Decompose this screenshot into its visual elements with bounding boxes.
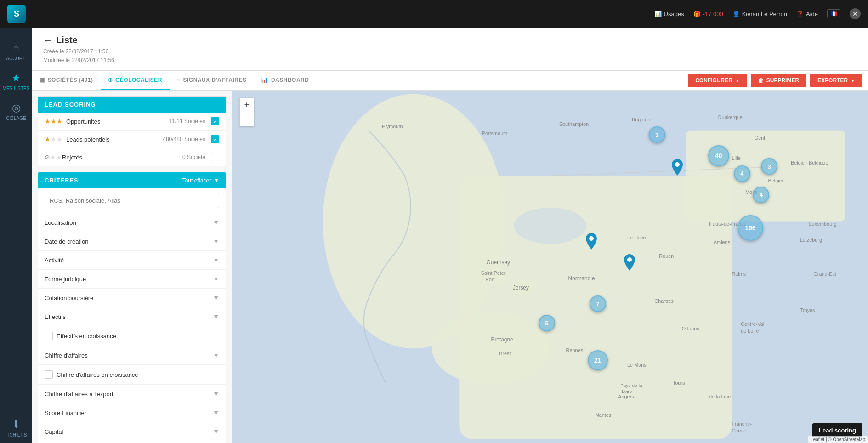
close-button[interactable]: ✕	[850, 8, 861, 19]
top-navigation: S 📊 Usages 🎁 -17 000 👤 Kieran Le Perron …	[0, 0, 868, 28]
target-icon: ◎	[12, 102, 21, 114]
cluster-196[interactable]: 196	[738, 215, 763, 241]
svg-point-53	[589, 236, 594, 241]
map-container[interactable]: Plymouth Portsmouth Southampton Brighton…	[232, 91, 868, 443]
configure-button[interactable]: CONFIGURER ▼	[688, 74, 747, 87]
pin-marker-channel[interactable]	[586, 233, 597, 251]
scoring-checkbox-opportunites[interactable]: ✓	[211, 117, 219, 125]
criteria-search-input[interactable]	[45, 193, 219, 208]
svg-point-54	[627, 257, 632, 262]
tab-geolocaliser[interactable]: ⊕ GÉOLOCALISER	[101, 71, 170, 90]
help-icon: ❓	[796, 11, 804, 17]
svg-text:Amiens: Amiens	[714, 239, 731, 245]
zoom-out-button[interactable]: −	[240, 112, 254, 126]
map-background: Plymouth Portsmouth Southampton Brighton…	[232, 91, 868, 443]
svg-text:Tours: Tours	[673, 381, 685, 386]
export-button[interactable]: EXPORTER ▼	[810, 74, 862, 87]
svg-text:Lille: Lille	[732, 155, 740, 161]
tab-societes[interactable]: ▦ SOCIÉTÉS (491)	[32, 71, 101, 90]
criteria-label-activite: Activité	[45, 257, 213, 264]
svg-rect-7	[686, 131, 845, 222]
svg-text:Saint Peter: Saint Peter	[481, 270, 506, 276]
svg-text:Luxembourg: Luxembourg	[809, 222, 836, 227]
lead-scoring-section: LEAD SCORING ★★★ Opportunités 11/11 Soci…	[38, 96, 226, 166]
criteria-header: CRITÈRES Tout effacer ▼	[38, 172, 226, 188]
criteria-label-capital: Capital	[45, 428, 213, 435]
scoring-row-opportunites: ★★★ Opportunités 11/11 Sociétés ✓	[38, 113, 226, 131]
cluster-3b[interactable]: 3	[761, 158, 777, 175]
criteria-item-chiffre-affaires[interactable]: Chiffre d'affaires ▼	[38, 346, 226, 365]
criteria-item-capital[interactable]: Capital ▼	[38, 422, 226, 441]
sidebar-item-accueil[interactable]: ⌂ ACCUEIL	[0, 37, 32, 67]
app-logo[interactable]: S	[7, 5, 26, 23]
user-nav-item[interactable]: 👤 Kieran Le Perron	[732, 11, 787, 17]
criteria-item-effectifs-croissance[interactable]: Effectifs en croissance	[38, 326, 226, 346]
back-link[interactable]: ← Liste	[43, 35, 857, 45]
delete-button[interactable]: 🗑 SUPPRIMER	[751, 74, 806, 87]
cluster-4b[interactable]: 4	[753, 187, 769, 203]
criteria-title: CRITÈRES	[45, 177, 79, 184]
cluster-40[interactable]: 40	[708, 145, 729, 166]
criteria-label-score-financier: Score Financier	[45, 409, 213, 416]
criteria-item-cotation-boursiere[interactable]: Cotation boursière ▼	[38, 289, 226, 307]
svg-text:de la Loire: de la Loire	[709, 394, 732, 399]
tab-dashboard[interactable]: 📊 DASHBOARD	[254, 71, 316, 90]
svg-text:Portsmouth: Portsmouth	[482, 131, 508, 136]
usages-nav-item[interactable]: 📊 Usages	[654, 11, 684, 17]
sidebar-label-mes-listes: MES LISTES	[3, 86, 30, 91]
chiffre-affaires-croissance-checkbox[interactable]	[45, 370, 53, 379]
cluster-3[interactable]: 3	[649, 126, 665, 143]
criteria-item-chiffre-affaires-export[interactable]: Chiffre d'affaires à l'export ▼	[38, 385, 226, 403]
help-nav-item[interactable]: ❓ Aide	[796, 11, 818, 17]
zoom-in-button[interactable]: +	[240, 98, 254, 112]
header-actions: CONFIGURER ▼ 🗑 SUPPRIMER EXPORTER ▼	[682, 71, 868, 90]
svg-text:Rennes: Rennes	[566, 348, 584, 353]
criteria-arrow-effectifs: ▼	[213, 313, 219, 320]
criteria-arrow-chiffre-affaires: ▼	[213, 352, 219, 359]
pin-marker-normandy[interactable]	[624, 254, 635, 273]
credit-nav-item[interactable]: 🎁 -17 000	[693, 11, 723, 17]
svg-text:Belgie · Belgique: Belgie · Belgique	[791, 160, 828, 165]
criteria-clear-button[interactable]: Tout effacer ▼	[182, 177, 219, 184]
criteria-item-effectifs[interactable]: Effectifs ▼	[38, 307, 226, 326]
svg-text:Le Mans: Le Mans	[627, 362, 647, 368]
svg-text:Loire: Loire	[622, 389, 632, 394]
cluster-7[interactable]: 7	[590, 295, 606, 312]
language-flag-button[interactable]: 🇫🇷	[827, 9, 840, 18]
criteria-item-score-financier[interactable]: Score Financier ▼	[38, 403, 226, 422]
criteria-item-forme-juridique[interactable]: Forme juridique ▼	[38, 270, 226, 289]
criteria-label-cotation-boursiere: Cotation boursière	[45, 295, 213, 301]
effectifs-croissance-checkbox[interactable]	[45, 332, 53, 340]
criteria-arrow-capital: ▼	[213, 428, 219, 435]
cluster-5[interactable]: 5	[539, 315, 555, 331]
page-title: Liste	[56, 35, 78, 45]
ban-icon: ⊘★★	[45, 153, 62, 161]
cluster-4a[interactable]: 4	[734, 165, 750, 182]
svg-text:Nantes: Nantes	[596, 412, 612, 418]
cluster-21[interactable]: 21	[588, 350, 608, 370]
scoring-checkbox-leads[interactable]: ✓	[211, 135, 219, 143]
export-chevron-icon: ▼	[851, 78, 855, 83]
stars-opportunites: ★★★	[45, 118, 62, 125]
sidebar-item-fichiers[interactable]: ⬇ FICHIERS	[0, 413, 32, 443]
tab-signaux[interactable]: ≡ SIGNAUX D'AFFAIRES	[170, 71, 254, 90]
criteria-item-localisation[interactable]: Localisation ▼	[38, 213, 226, 232]
page-header: ← Liste Créée le 22/02/2017 11:56 Modifi…	[32, 28, 868, 71]
svg-text:Belgien: Belgien	[768, 178, 785, 184]
pin-marker-lille[interactable]	[672, 159, 683, 177]
star-icon: ★	[11, 72, 21, 84]
header-full-row: ▦ SOCIÉTÉS (491) ⊕ GÉOLOCALISER ≡ SIGNAU…	[32, 71, 868, 91]
criteria-item-fonds-roulement[interactable]: Fonds de roulement ▼	[38, 441, 226, 443]
criteria-item-activite[interactable]: Activité ▼	[38, 251, 226, 270]
criteria-search-wrap	[38, 188, 226, 213]
scoring-checkbox-rejetes[interactable]	[211, 153, 219, 161]
criteria-item-chiffre-affaires-croissance[interactable]: Chiffre d'affaires en croissance	[38, 365, 226, 385]
sidebar-item-mes-listes[interactable]: ★ MES LISTES	[0, 67, 32, 97]
criteria-item-date-creation[interactable]: Date de création ▼	[38, 232, 226, 251]
svg-text:Reims: Reims	[732, 271, 746, 277]
lead-scoring-header: LEAD SCORING	[38, 97, 226, 113]
scoring-count-opportunites: 11/11 Sociétés	[169, 118, 205, 125]
criteria-label-chiffre-affaires-export: Chiffre d'affaires à l'export	[45, 391, 213, 398]
modified-date: Modifiée le 22/02/2017 11:56	[43, 56, 857, 65]
sidebar-item-ciblage[interactable]: ◎ CIBLAGE	[0, 97, 32, 126]
